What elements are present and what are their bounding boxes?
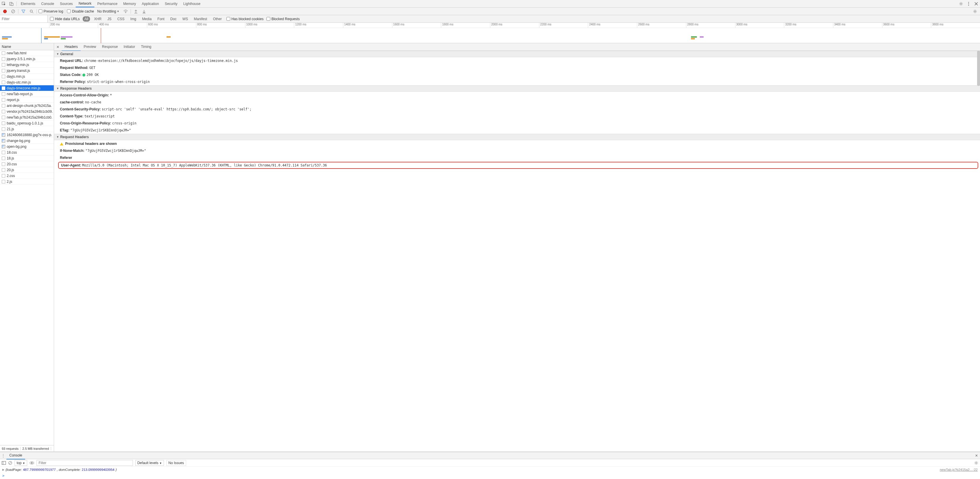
warning-triangle-icon: [60, 143, 64, 146]
request-row[interactable]: newTab-report.js: [0, 91, 54, 97]
main-tab-memory[interactable]: Memory: [120, 0, 139, 7]
console-tab[interactable]: Console: [6, 452, 25, 460]
log-levels-select[interactable]: Default levels ▼: [135, 460, 164, 466]
detail-tab-initiator[interactable]: Initiator: [121, 43, 138, 51]
more-menu-icon[interactable]: [965, 0, 972, 8]
console-source-link[interactable]: newTab.js?b2415a2…:22: [940, 468, 978, 471]
console-filter-input[interactable]: [37, 460, 133, 466]
request-row[interactable]: 20.css: [0, 161, 54, 167]
filter-type-ws[interactable]: WS: [181, 16, 189, 22]
main-tab-security[interactable]: Security: [162, 0, 180, 7]
filter-type-xhr[interactable]: XHR: [92, 16, 103, 22]
detail-tab-response[interactable]: Response: [99, 43, 121, 51]
hide-data-urls-checkbox[interactable]: Hide data URLs: [50, 17, 80, 21]
main-tab-elements[interactable]: Elements: [18, 0, 38, 7]
name-column-header[interactable]: Name: [0, 43, 54, 50]
main-tab-console[interactable]: Console: [38, 0, 57, 7]
close-devtools-icon[interactable]: [972, 0, 980, 8]
svg-point-16: [975, 462, 977, 463]
request-name: dayjs.min.js: [7, 75, 25, 79]
blocked-requests-checkbox[interactable]: Blocked Requests: [266, 17, 300, 21]
filter-type-js[interactable]: JS: [105, 16, 113, 22]
preserve-log-checkbox[interactable]: Preserve log: [38, 10, 63, 13]
filter-type-font[interactable]: Font: [156, 16, 166, 22]
network-settings-gear-icon[interactable]: [972, 8, 978, 14]
detail-tab-preview[interactable]: Preview: [81, 43, 99, 51]
filter-input[interactable]: [0, 15, 48, 22]
request-row[interactable]: jquery.transit.js: [0, 68, 54, 74]
request-row[interactable]: ant-design-chunk.js?b2415a.: [0, 103, 54, 109]
request-row[interactable]: 2.js: [0, 179, 54, 185]
request-row[interactable]: change-bg.png: [0, 138, 54, 144]
request-row[interactable]: report.js: [0, 97, 54, 103]
device-toggle-icon[interactable]: [8, 0, 15, 8]
request-row[interactable]: 21.js: [0, 126, 54, 132]
request-row[interactable]: 1624606618880.jpg?x-oss-p.: [0, 132, 54, 138]
request-row[interactable]: baidu_opensug-1.0.1.js: [0, 121, 54, 126]
hide-data-urls-label: Hide data URLs: [55, 17, 80, 21]
request-headers-section-header[interactable]: ▼Request Headers: [54, 134, 980, 140]
general-section-header[interactable]: ▼General: [54, 51, 980, 57]
disable-cache-checkbox[interactable]: Disable cache: [67, 10, 94, 13]
filter-type-css[interactable]: CSS: [115, 16, 126, 22]
filter-type-media[interactable]: Media: [140, 16, 153, 22]
console-settings-gear-icon[interactable]: [974, 461, 978, 465]
filter-toggle-icon[interactable]: [20, 8, 27, 14]
request-row[interactable]: jquery-3.5.1.min.js: [0, 56, 54, 62]
upload-har-icon[interactable]: [133, 8, 139, 14]
response-headers-section-header[interactable]: ▼Response Headers: [54, 85, 980, 92]
main-tab-performance[interactable]: Performance: [94, 0, 120, 7]
request-row[interactable]: open-bg.png: [0, 144, 54, 149]
close-detail-icon[interactable]: ✕: [54, 45, 62, 49]
request-url-value: chrome-extension://kfkdboecolemdjodhmhmc…: [84, 59, 238, 63]
request-row[interactable]: 18.js: [0, 155, 54, 161]
search-icon[interactable]: [28, 8, 35, 14]
request-name: 18.js: [7, 156, 14, 160]
request-detail-panel: ✕ HeadersPreviewResponseInitiatorTiming …: [54, 43, 980, 452]
svg-point-4: [968, 2, 969, 3]
main-tab-network[interactable]: Network: [76, 0, 94, 7]
settings-gear-icon[interactable]: [957, 0, 965, 8]
scrollbar-thumb[interactable]: [977, 51, 980, 86]
request-row[interactable]: dayjs-utc.min.js: [0, 79, 54, 85]
detail-tab-headers[interactable]: Headers: [62, 43, 81, 51]
filter-type-manifest[interactable]: Manifest: [192, 16, 209, 22]
transferred-size: 2.5 MB transferred: [21, 447, 51, 450]
console-log-entry[interactable]: ▶ {loadPage: 487.79999999701977 , domCom…: [0, 467, 980, 473]
console-sidebar-toggle-icon[interactable]: [2, 461, 6, 465]
drawer-menu-icon[interactable]: ⋮: [0, 454, 6, 458]
network-conditions-icon[interactable]: [123, 8, 129, 14]
live-expression-icon[interactable]: [30, 462, 34, 465]
record-button[interactable]: [2, 8, 8, 14]
filter-type-doc[interactable]: Doc: [169, 16, 178, 22]
request-row[interactable]: dayjs.min.js: [0, 74, 54, 79]
throttling-select[interactable]: No throttling ▼: [96, 8, 121, 14]
request-row[interactable]: vendor.js?b2415a284b1cb09.: [0, 109, 54, 114]
filter-type-img[interactable]: Img: [129, 16, 138, 22]
expand-object-icon[interactable]: ▶: [2, 468, 5, 471]
request-row[interactable]: 18.css: [0, 149, 54, 155]
filter-type-other[interactable]: Other: [211, 16, 224, 22]
request-row[interactable]: dayjs-timezone.min.js: [0, 85, 54, 91]
main-tab-sources[interactable]: Sources: [57, 0, 76, 7]
execution-context-select[interactable]: top ▼: [14, 460, 27, 466]
request-row[interactable]: newTab.html: [0, 50, 54, 56]
has-blocked-cookies-checkbox[interactable]: Has blocked cookies: [226, 17, 264, 21]
request-row[interactable]: 2.css: [0, 173, 54, 179]
console-prompt[interactable]: >: [0, 473, 980, 479]
main-tab-lighthouse[interactable]: Lighthouse: [180, 0, 204, 7]
ruler-tick: 3400 ms: [833, 23, 845, 28]
clear-icon[interactable]: [10, 8, 16, 14]
request-row[interactable]: newTab.js?b2415a284b1cb0.: [0, 114, 54, 121]
inspect-element-icon[interactable]: [0, 0, 8, 8]
detail-tab-timing[interactable]: Timing: [138, 43, 154, 51]
request-row[interactable]: lethargy.min.js: [0, 62, 54, 68]
request-row[interactable]: 20.js: [0, 167, 54, 173]
no-issues-badge[interactable]: No Issues: [166, 460, 186, 466]
main-tab-application[interactable]: Application: [139, 0, 162, 7]
filter-type-all[interactable]: All: [83, 16, 90, 22]
close-drawer-icon[interactable]: ✕: [973, 454, 980, 458]
clear-console-icon[interactable]: [8, 461, 12, 465]
download-har-icon[interactable]: [141, 8, 147, 14]
network-overview-ruler[interactable]: 200 ms400 ms600 ms800 ms1000 ms1200 ms14…: [0, 23, 980, 43]
